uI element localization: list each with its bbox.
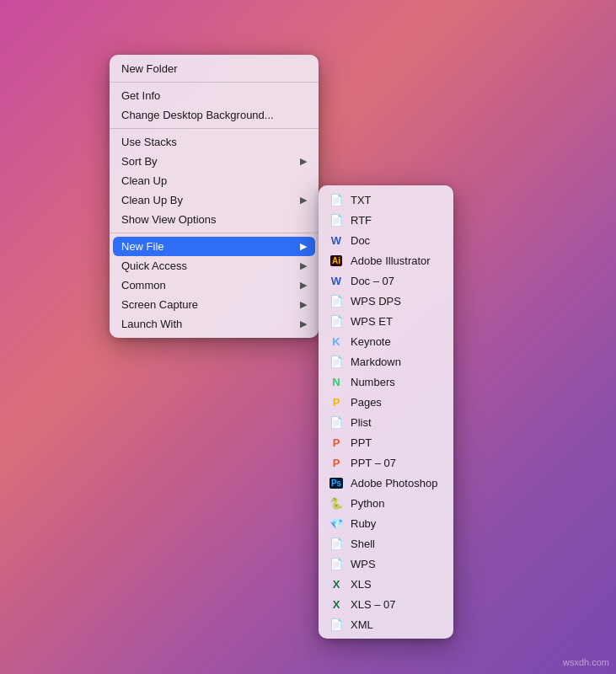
markdown-label: Markdown (351, 356, 401, 368)
submenu-item-doc-07[interactable]: WDoc – 07 (319, 270, 453, 291)
submenu-item-xls-07[interactable]: XXLS – 07 (319, 594, 453, 614)
doc-07-label: Doc – 07 (351, 275, 394, 287)
submenu-item-wps-et[interactable]: 📄WPS ET (319, 311, 453, 331)
watermark: wsxdh.com (563, 657, 609, 667)
submenu-item-keynote[interactable]: KKeynote (319, 331, 453, 351)
submenu-item-plist[interactable]: 📄Plist (319, 412, 453, 432)
menu-item-quick-access[interactable]: Quick Access ▶ (110, 256, 319, 275)
chevron-icon: ▶ (300, 156, 307, 167)
submenu-item-xml[interactable]: 📄XML (319, 614, 453, 634)
submenu-item-adobe-illustrator[interactable]: AiAdobe Illustrator (319, 250, 453, 270)
menu-item-change-desktop-bg[interactable]: Change Desktop Background... (110, 105, 319, 125)
chevron-icon: ▶ (300, 299, 307, 310)
doc-07-icon: W (329, 273, 344, 288)
submenu-item-shell[interactable]: 📄Shell (319, 533, 453, 554)
submenu-item-txt[interactable]: 📄TXT (319, 190, 453, 210)
menu-item-common[interactable]: Common ▶ (110, 275, 319, 295)
submenu-new-file[interactable]: 📄TXT📄RTFWDocAiAdobe IllustratorWDoc – 07… (319, 185, 453, 639)
rtf-label: RTF (351, 214, 372, 227)
menu-item-use-stacks[interactable]: Use Stacks (110, 132, 319, 152)
submenu-item-xls[interactable]: XXLS (319, 574, 453, 594)
submenu-item-python[interactable]: 🐍Python (319, 493, 453, 513)
xls-07-label: XLS – 07 (351, 598, 396, 611)
chevron-icon: ▶ (300, 260, 307, 271)
menu-item-clean-up-by[interactable]: Clean Up By ▶ (110, 190, 319, 210)
ppt-07-icon: P (329, 455, 344, 470)
wps-icon: 📄 (329, 556, 344, 571)
submenu-item-ppt[interactable]: PPPT (319, 432, 453, 452)
wps-dps-label: WPS DPS (351, 295, 401, 308)
xls-07-icon: X (329, 596, 344, 612)
markdown-icon: 📄 (329, 354, 344, 369)
xls-label: XLS (351, 578, 372, 591)
menu-item-new-folder[interactable]: New Folder (110, 59, 319, 78)
submenu-item-markdown[interactable]: 📄Markdown (319, 351, 453, 372)
menu-item-launch-with[interactable]: Launch With ▶ (110, 314, 319, 334)
pages-label: Pages (351, 396, 382, 409)
pages-icon: P (329, 394, 344, 409)
numbers-label: Numbers (351, 376, 395, 388)
context-menu[interactable]: New Folder Get Info Change Desktop Backg… (110, 55, 319, 338)
submenu-item-wps-dps[interactable]: 📄WPS DPS (319, 291, 453, 311)
separator-3 (110, 233, 319, 233)
xml-icon: 📄 (329, 617, 344, 632)
menu-item-screen-capture[interactable]: Screen Capture ▶ (110, 295, 319, 314)
wps-et-icon: 📄 (329, 313, 344, 329)
menu-item-show-view-options[interactable]: Show View Options (110, 210, 319, 229)
txt-label: TXT (351, 194, 372, 206)
chevron-icon: ▶ (300, 241, 307, 252)
separator-2 (110, 128, 319, 129)
numbers-icon: N (329, 374, 344, 389)
wps-dps-icon: 📄 (329, 293, 344, 308)
adobe-illustrator-icon: Ai (329, 253, 344, 268)
submenu-item-ppt-07[interactable]: PPPT – 07 (319, 452, 453, 473)
menu-item-get-info[interactable]: Get Info (110, 86, 319, 105)
ruby-icon: 💎 (329, 516, 344, 531)
plist-label: Plist (351, 416, 372, 429)
chevron-icon: ▶ (300, 318, 307, 329)
submenu-item-doc[interactable]: WDoc (319, 230, 453, 250)
submenu-item-adobe-photoshop[interactable]: PsAdobe Photoshop (319, 473, 453, 493)
adobe-photoshop-icon: Ps (329, 475, 344, 490)
submenu-item-ruby[interactable]: 💎Ruby (319, 513, 453, 533)
txt-icon: 📄 (329, 192, 344, 207)
shell-label: Shell (351, 538, 375, 550)
ppt-icon: P (329, 435, 344, 450)
submenu-item-wps[interactable]: 📄WPS (319, 554, 453, 574)
adobe-photoshop-label: Adobe Photoshop (351, 477, 437, 489)
xls-icon: X (329, 576, 344, 591)
keynote-icon: K (329, 334, 344, 349)
submenu-item-rtf[interactable]: 📄RTF (319, 210, 453, 230)
separator-1 (110, 82, 319, 83)
python-icon: 🐍 (329, 495, 344, 511)
ppt-07-label: PPT – 07 (351, 457, 396, 469)
plist-icon: 📄 (329, 415, 344, 430)
xml-label: XML (351, 618, 373, 631)
shell-icon: 📄 (329, 536, 344, 551)
python-label: Python (351, 497, 384, 510)
menu-item-new-file[interactable]: New File ▶ (113, 237, 315, 256)
wps-label: WPS (351, 558, 376, 570)
ppt-label: PPT (351, 436, 372, 449)
submenu-item-numbers[interactable]: NNumbers (319, 372, 453, 392)
chevron-icon: ▶ (300, 280, 307, 291)
adobe-illustrator-label: Adobe Illustrator (351, 254, 431, 267)
menu-item-clean-up[interactable]: Clean Up (110, 171, 319, 190)
submenu-item-pages[interactable]: PPages (319, 392, 453, 412)
wps-et-label: WPS ET (351, 315, 393, 328)
doc-icon: W (329, 233, 344, 248)
doc-label: Doc (351, 234, 370, 247)
rtf-icon: 📄 (329, 212, 344, 227)
keynote-label: Keynote (351, 335, 391, 348)
chevron-icon: ▶ (300, 195, 307, 206)
ruby-label: Ruby (351, 517, 376, 530)
menu-item-sort-by[interactable]: Sort By ▶ (110, 152, 319, 171)
